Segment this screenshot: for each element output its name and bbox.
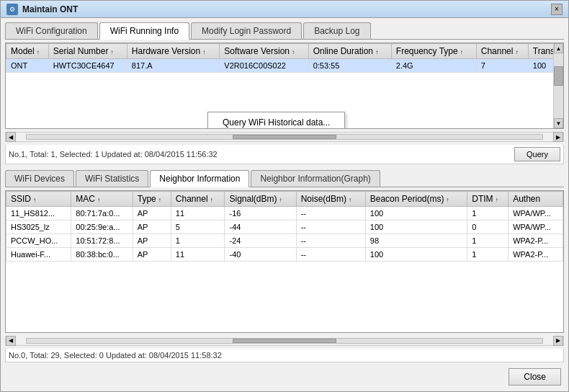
scroll-down-button[interactable]: ▼ [554, 118, 563, 128]
bcol-beacon[interactable]: Beacon Period(ms) ↑ [365, 192, 467, 207]
tab-modify-login[interactable]: Modify Login Password [191, 22, 302, 39]
bottom-hscroll-left[interactable]: ◀ [6, 336, 16, 346]
window-close-button[interactable]: × [551, 4, 563, 15]
bottom-hscroll-right[interactable]: ▶ [553, 336, 563, 346]
window-icon: ⚙ [6, 4, 18, 15]
bcol-noise[interactable]: Noise(dBm) ↑ [296, 192, 365, 207]
tab-neighbor-graph[interactable]: Neighbor Information(Graph) [251, 170, 380, 187]
bottom-table-area: SSID ↑ MAC ↑ Type ↑ Channel ↑ Signal(dBm… [5, 190, 564, 333]
tab-neighbor-info[interactable]: Neighbor Information [150, 170, 249, 187]
main-status-row: No.1, Total: 1, Selected: 1 Updated at: … [5, 145, 564, 164]
hscroll-left[interactable]: ◀ [6, 132, 16, 142]
bottom-tabs: WiFi Devices WiFi Statistics Neighbor In… [5, 170, 564, 187]
col-freq[interactable]: Frequency Type ↑ [391, 44, 476, 59]
bottom-hscrollbar[interactable]: ◀ ▶ [5, 336, 564, 346]
main-hscrollbar[interactable]: ◀ ▶ [5, 132, 564, 142]
bcol-authen[interactable]: Authen [508, 192, 563, 207]
footer: Close [5, 365, 564, 387]
main-data-table: Model ↑ Serial Number ↑ Hardware Version… [6, 43, 563, 73]
bcol-channel[interactable]: Channel ↑ [171, 192, 225, 207]
context-menu: Query WiFi Historical data... [207, 112, 345, 129]
col-model[interactable]: Model ↑ [6, 44, 49, 59]
col-channel[interactable]: Channel ↑ [476, 44, 528, 59]
main-status-text: No.1, Total: 1, Selected: 1 Updated at: … [9, 150, 218, 159]
col-software[interactable]: Software Version ↑ [220, 44, 308, 59]
table-row[interactable]: Huawei-F... 80:38:bc:0... AP 11 -40 -- 1… [6, 248, 563, 262]
main-table-scrollbar[interactable]: ▲ ▼ [553, 43, 563, 128]
bottom-hscroll-thumb[interactable] [233, 339, 336, 343]
bcol-mac[interactable]: MAC ↑ [71, 192, 133, 207]
content-area: WiFi Configuration WiFi Running Info Mod… [1, 18, 568, 391]
top-tabs: WiFi Configuration WiFi Running Info Mod… [5, 22, 564, 40]
scroll-up-button[interactable]: ▲ [554, 43, 563, 53]
tab-wifi-config[interactable]: WiFi Configuration [5, 22, 98, 39]
tab-wifi-statistics[interactable]: WiFi Statistics [76, 170, 148, 187]
tab-wifi-running[interactable]: WiFi Running Info [99, 22, 189, 40]
title-bar: ⚙ Maintain ONT × [1, 1, 568, 18]
hscroll-thumb[interactable] [233, 135, 336, 139]
bcol-type[interactable]: Type ↑ [133, 192, 171, 207]
bottom-status-row: No.0, Total: 29, Selected: 0 Updated at:… [5, 349, 564, 362]
bottom-status-text: No.0, Total: 29, Selected: 0 Updated at:… [9, 351, 222, 360]
bcol-ssid[interactable]: SSID ↑ [6, 192, 71, 207]
context-menu-query-historical[interactable]: Query WiFi Historical data... [208, 114, 344, 129]
hscroll-track[interactable] [26, 134, 543, 140]
main-table-area: Model ↑ Serial Number ↑ Hardware Version… [5, 43, 564, 129]
tab-backup-log[interactable]: Backup Log [303, 22, 370, 39]
col-online[interactable]: Online Duration ↑ [308, 44, 391, 59]
close-button[interactable]: Close [508, 368, 561, 386]
table-row[interactable]: 11_HS812... 80:71:7a:0... AP 11 -16 -- 1… [6, 207, 563, 220]
table-row[interactable]: ONT HWTC30CE4647 817.A V2R016C00S022 0:5… [6, 59, 563, 73]
bcol-signal[interactable]: Signal(dBm) ↑ [225, 192, 296, 207]
table-row[interactable]: PCCW_HO... 10:51:72:8... AP 1 -24 -- 98 … [6, 234, 563, 248]
bottom-hscroll-track[interactable] [26, 338, 543, 344]
bottom-data-table: SSID ↑ MAC ↑ Type ↑ Channel ↑ Signal(dBm… [6, 191, 563, 262]
col-serial[interactable]: Serial Number ↑ [48, 44, 127, 59]
col-hardware[interactable]: Hardware Version ↑ [127, 44, 220, 59]
table-row[interactable]: HS3025_lz 00:25:9e:a... AP 5 -44 -- 100 … [6, 220, 563, 234]
tab-wifi-devices[interactable]: WiFi Devices [5, 170, 74, 187]
bcol-dtim[interactable]: DTIM ↑ [467, 192, 508, 207]
hscroll-right[interactable]: ▶ [553, 132, 563, 142]
scroll-vthumb[interactable] [554, 66, 563, 86]
window-title: Maintain ONT [22, 4, 78, 14]
query-button[interactable]: Query [514, 147, 560, 161]
scroll-vtrack[interactable] [554, 53, 563, 118]
main-window: ⚙ Maintain ONT × WiFi Configuration WiFi… [0, 0, 569, 392]
